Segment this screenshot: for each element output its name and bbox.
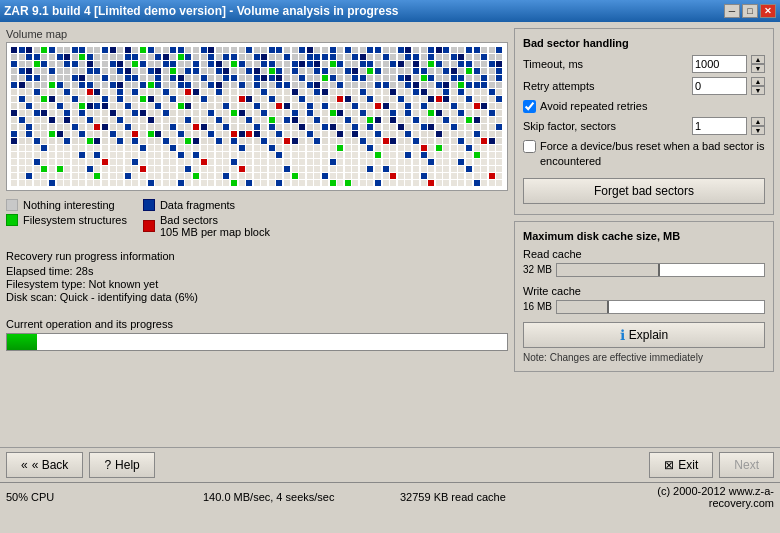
map-cell <box>413 159 419 165</box>
map-cell <box>64 117 70 123</box>
map-cell <box>193 47 199 53</box>
map-cell <box>79 82 85 88</box>
map-cell <box>466 47 472 53</box>
map-cell <box>413 47 419 53</box>
map-cell <box>170 166 176 172</box>
map-cell <box>57 96 63 102</box>
map-cell <box>383 124 389 130</box>
map-cell <box>269 124 275 130</box>
map-cell <box>383 82 389 88</box>
retry-spin-up[interactable]: ▲ <box>751 77 765 86</box>
map-cell <box>223 68 229 74</box>
legend-data-box <box>143 199 155 211</box>
map-cell <box>352 47 358 53</box>
map-cell <box>26 180 32 186</box>
back-button[interactable]: « « Back <box>6 452 83 478</box>
map-cell <box>398 110 404 116</box>
map-cell <box>110 61 116 67</box>
map-cell <box>390 47 396 53</box>
map-cell <box>375 131 381 137</box>
timeout-spin-up[interactable]: ▲ <box>751 55 765 64</box>
map-cell <box>185 124 191 130</box>
map-cell <box>269 89 275 95</box>
map-cell <box>345 103 351 109</box>
map-cell <box>148 96 154 102</box>
write-cache-slider[interactable] <box>556 300 765 314</box>
map-cell <box>276 96 282 102</box>
map-cell <box>307 54 313 60</box>
retry-spin-down[interactable]: ▼ <box>751 86 765 95</box>
map-cell <box>352 138 358 144</box>
map-cell <box>26 82 32 88</box>
close-button[interactable]: ✕ <box>760 4 776 18</box>
avoid-repeated-checkbox[interactable] <box>523 100 536 113</box>
map-cell <box>125 47 131 53</box>
map-cell <box>57 54 63 60</box>
minimize-button[interactable]: ─ <box>724 4 740 18</box>
map-cell <box>185 166 191 172</box>
map-cell <box>57 159 63 165</box>
map-cell <box>178 180 184 186</box>
map-cell <box>466 54 472 60</box>
map-cell <box>170 103 176 109</box>
map-cell <box>155 110 161 116</box>
map-cell <box>299 75 305 81</box>
map-cell <box>41 152 47 158</box>
map-cell <box>466 166 472 172</box>
legend-area: Nothing interesting Filesystem structure… <box>6 195 508 242</box>
map-cell <box>405 124 411 130</box>
map-cell <box>405 152 411 158</box>
map-cell <box>352 159 358 165</box>
map-cell <box>276 152 282 158</box>
force-reset-checkbox[interactable] <box>523 140 536 153</box>
map-cell <box>337 152 343 158</box>
map-cell <box>398 145 404 151</box>
read-cache-slider[interactable] <box>556 263 765 277</box>
timeout-row: Timeout, ms ▲ ▼ <box>523 55 765 73</box>
note-text: Note: Changes are effective immediately <box>523 352 765 363</box>
map-cell <box>276 89 282 95</box>
map-cell <box>94 82 100 88</box>
map-cell <box>57 152 63 158</box>
maximize-button[interactable]: □ <box>742 4 758 18</box>
map-cell <box>254 61 260 67</box>
map-cell <box>193 82 199 88</box>
map-cell <box>216 47 222 53</box>
skipfactor-spin-up[interactable]: ▲ <box>751 117 765 126</box>
map-cell <box>458 152 464 158</box>
map-cell <box>307 145 313 151</box>
map-cell <box>496 75 502 81</box>
help-button[interactable]: ? Help <box>89 452 154 478</box>
retry-input[interactable] <box>692 77 747 95</box>
map-cell <box>94 152 100 158</box>
map-cell <box>163 117 169 123</box>
map-cell <box>64 54 70 60</box>
forget-bad-sectors-button[interactable]: Forget bad sectors <box>523 178 765 204</box>
map-cell <box>49 138 55 144</box>
exit-button[interactable]: ⊠ Exit <box>649 452 713 478</box>
map-cell <box>284 89 290 95</box>
skipfactor-input[interactable] <box>692 117 747 135</box>
map-cell <box>94 68 100 74</box>
map-cell <box>34 82 40 88</box>
timeout-input[interactable] <box>692 55 747 73</box>
map-cell <box>11 68 17 74</box>
skipfactor-spin-down[interactable]: ▼ <box>751 126 765 135</box>
map-cell <box>49 96 55 102</box>
map-cell <box>170 47 176 53</box>
timeout-spin-down[interactable]: ▼ <box>751 64 765 73</box>
map-cell <box>436 124 442 130</box>
map-cell <box>178 117 184 123</box>
map-cell <box>102 89 108 95</box>
map-cell <box>337 75 343 81</box>
map-cell <box>375 96 381 102</box>
map-cell <box>26 117 32 123</box>
map-cell <box>216 89 222 95</box>
explain-button[interactable]: ℹ Explain <box>523 322 765 348</box>
map-cell <box>178 124 184 130</box>
map-cell <box>231 75 237 81</box>
next-button[interactable]: Next <box>719 452 774 478</box>
map-cell <box>239 89 245 95</box>
map-cell <box>57 75 63 81</box>
map-cell <box>208 54 214 60</box>
